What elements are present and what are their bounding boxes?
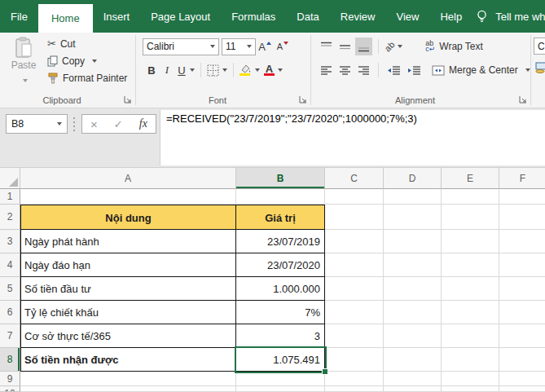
cell-D9[interactable]	[384, 372, 442, 386]
cell-A6[interactable]: Tỷ lệ chiết khấu	[20, 301, 236, 324]
cancel-button[interactable]: ×	[90, 117, 98, 131]
cell-A4[interactable]: Ngày đáo hạn	[20, 253, 236, 277]
font-dialog-launcher-icon[interactable]	[299, 95, 307, 104]
cell-E10[interactable]	[442, 386, 499, 392]
cell-C10[interactable]	[325, 386, 384, 392]
fill-color-button[interactable]	[240, 61, 260, 79]
increase-indent-button[interactable]	[405, 61, 424, 79]
cell-D5[interactable]	[384, 277, 442, 301]
column-header-b[interactable]: B	[236, 168, 325, 189]
cell-B8[interactable]: 1.075.491	[236, 348, 325, 372]
bottom-align-button[interactable]	[355, 37, 372, 55]
underline-dropdown-icon[interactable]	[190, 68, 195, 72]
column-header-d[interactable]: D	[384, 168, 442, 189]
cell-D1[interactable]	[384, 189, 442, 205]
font-size-select[interactable]: 11	[222, 38, 256, 55]
cell-E7[interactable]	[442, 324, 499, 348]
italic-button[interactable]: I	[160, 61, 174, 79]
column-header-c[interactable]: C	[325, 168, 384, 189]
cell-A9[interactable]	[20, 372, 236, 386]
cell-A2[interactable]: Nội dung	[20, 205, 236, 230]
fill-handle[interactable]	[322, 368, 328, 375]
cell-C7[interactable]	[325, 324, 384, 348]
row-header-8[interactable]: 8	[0, 348, 20, 372]
tab-data[interactable]: Data	[286, 0, 329, 33]
row-header-5[interactable]: 5	[0, 277, 20, 301]
column-header-f[interactable]: F	[499, 168, 545, 189]
cell-C2[interactable]	[325, 205, 384, 230]
cell-B7[interactable]: 3	[236, 324, 325, 348]
top-align-button[interactable]	[318, 37, 335, 55]
name-box[interactable]: B8	[6, 114, 68, 134]
cell-C5[interactable]	[325, 277, 384, 301]
clipboard-dialog-launcher-icon[interactable]	[124, 95, 132, 104]
cell-F10[interactable]	[499, 386, 545, 392]
align-center-button[interactable]	[336, 61, 354, 79]
tab-page-layout[interactable]: Page Layout	[140, 0, 221, 33]
number-format-select[interactable]: C	[534, 37, 545, 55]
copy-dropdown-icon[interactable]	[92, 59, 97, 63]
cell-C8[interactable]	[325, 348, 384, 372]
cell-F4[interactable]	[499, 253, 545, 277]
tab-view[interactable]: View	[385, 0, 429, 33]
paste-dropdown-icon[interactable]	[23, 79, 28, 82]
orientation-button[interactable]: ab	[385, 37, 402, 55]
paste-button[interactable]: Paste	[5, 37, 42, 86]
cell-C9[interactable]	[325, 372, 384, 386]
column-header-a[interactable]: A	[20, 168, 236, 189]
cell-B3[interactable]: 23/07/2019	[236, 230, 325, 253]
row-header-9[interactable]: 9	[0, 372, 20, 386]
cell-C6[interactable]	[325, 301, 384, 324]
middle-align-button[interactable]	[336, 37, 354, 55]
format-painter-button[interactable]: Format Painter	[47, 69, 127, 86]
row-header-7[interactable]: 7	[0, 324, 20, 348]
cell-D3[interactable]	[384, 230, 442, 253]
cell-C1[interactable]	[325, 189, 384, 205]
wrap-text-button[interactable]: ab c↵ Wrap Text	[425, 38, 483, 55]
row-header-10[interactable]: 10	[0, 386, 20, 392]
cell-E5[interactable]	[442, 277, 499, 301]
row-header-4[interactable]: 4	[0, 253, 20, 277]
cell-F8[interactable]	[499, 348, 545, 372]
tab-help[interactable]: Help	[429, 0, 472, 33]
insert-function-button[interactable]: fx	[139, 117, 147, 130]
cell-B4[interactable]: 23/07/2020	[236, 253, 325, 277]
cell-F2[interactable]	[499, 205, 545, 230]
cell-D2[interactable]	[384, 205, 442, 230]
cell-A3[interactable]: Ngày phát hành	[20, 230, 236, 253]
cut-button[interactable]: ✂ Cut	[47, 35, 127, 52]
cell-F7[interactable]	[499, 324, 545, 348]
select-all-corner[interactable]	[0, 168, 20, 189]
font-color-button[interactable]: A	[264, 61, 283, 79]
cell-B1[interactable]	[236, 189, 325, 205]
cell-D10[interactable]	[384, 386, 442, 392]
cell-A10[interactable]	[20, 386, 236, 392]
font-name-select[interactable]: Calibri	[143, 38, 219, 55]
tab-insert[interactable]: Insert	[93, 0, 141, 33]
enter-button[interactable]: ✓	[114, 118, 123, 130]
cell-E6[interactable]	[442, 301, 499, 324]
copy-button[interactable]: Copy	[47, 52, 127, 69]
cell-B6[interactable]: 7%	[236, 301, 325, 324]
cell-A1[interactable]	[20, 189, 236, 205]
row-header-1[interactable]: 1	[0, 189, 20, 205]
alignment-dialog-launcher-icon[interactable]	[519, 95, 527, 104]
cell-C4[interactable]	[325, 253, 384, 277]
cell-A7[interactable]: Cơ sở thực tế/365	[20, 324, 236, 348]
tab-home[interactable]: Home	[38, 4, 93, 33]
cell-B9[interactable]	[236, 372, 325, 386]
underline-button[interactable]: U	[175, 61, 188, 79]
cell-E8[interactable]	[442, 348, 499, 372]
row-header-6[interactable]: 6	[0, 301, 20, 324]
cell-E2[interactable]	[442, 205, 499, 230]
cell-D6[interactable]	[384, 301, 442, 324]
tab-formulas[interactable]: Formulas	[221, 0, 286, 33]
align-left-button[interactable]	[318, 61, 335, 79]
tell-me-search[interactable]: Tell me what	[476, 0, 545, 33]
cell-D4[interactable]	[384, 253, 442, 277]
borders-button[interactable]	[207, 61, 227, 79]
cell-E9[interactable]	[442, 372, 499, 386]
accounting-format-button[interactable]	[535, 62, 545, 73]
row-header-2[interactable]: 2	[0, 205, 20, 230]
tab-file[interactable]: File	[0, 0, 38, 33]
